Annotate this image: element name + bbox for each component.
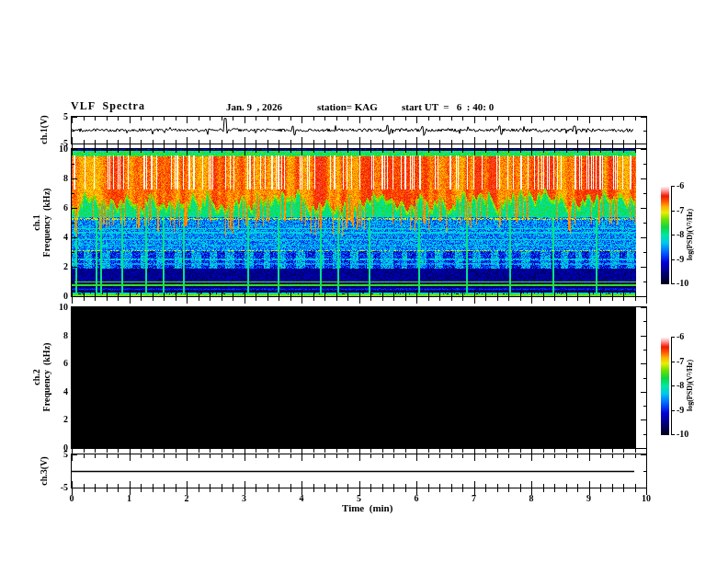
time-tick: 7 — [461, 493, 488, 503]
time-tick: 6 — [403, 493, 430, 503]
time-tick: 3 — [231, 493, 258, 503]
colorbar1-tick: -6 — [677, 180, 684, 190]
time-tick: 2 — [173, 493, 200, 503]
ch2spec-ytick: 8 — [4, 330, 68, 340]
colorbar2-tick: -7 — [677, 356, 684, 366]
time-tick: 10 — [632, 493, 660, 503]
page-title: VLF Spectra — [71, 100, 145, 111]
station-label: station= KAG — [317, 101, 378, 112]
ch3v-ytick: -5 — [4, 482, 68, 492]
plot-canvas — [0, 0, 728, 563]
ch2-frequency-axis-label: ch.2Frequency (kHz) — [31, 343, 51, 412]
colorbar1-tick: -7 — [677, 205, 684, 215]
ch2spec-ytick: 4 — [4, 386, 68, 396]
ch1spec-ytick: 10 — [4, 144, 68, 154]
colorbar2-tick: -9 — [677, 405, 684, 415]
colorbar1-tick: -8 — [677, 229, 684, 239]
colorbar1-tick: -10 — [677, 278, 688, 288]
colorbar2-tick: -6 — [677, 331, 684, 341]
ch1-axis-line2: Frequency (kHz) — [41, 189, 51, 258]
colorbar2-unit-label: log(PSD)(V²/Hz) — [686, 360, 694, 411]
ch1spec-ytick: 0 — [4, 291, 68, 301]
ch1spec-ytick: 6 — [4, 202, 68, 213]
time-tick: 1 — [116, 493, 143, 503]
ch2-axis-line2: Frequency (kHz) — [41, 343, 51, 412]
ch2spec-ytick: 6 — [4, 358, 68, 368]
ch3-voltage-axis-label: ch.3(V) — [39, 456, 49, 485]
ch1spec-ytick: 4 — [4, 232, 68, 242]
ch2spec-ytick: 2 — [4, 414, 68, 424]
ch1spec-ytick: 8 — [4, 173, 68, 183]
ch1-frequency-axis-label: ch.1Frequency (kHz) — [31, 189, 51, 258]
colorbar1-tick: -9 — [677, 254, 684, 264]
time-tick: 4 — [288, 493, 315, 503]
vlf-spectra-screen: VLF Spectra Jan. 9 , 2026 station= KAG s… — [0, 0, 728, 563]
time-tick: 5 — [346, 493, 373, 503]
ch1v-ytick: 5 — [4, 111, 68, 121]
ch2spec-ytick: 0 — [4, 442, 68, 453]
date-label: Jan. 9 , 2026 — [226, 101, 282, 112]
time-tick: 0 — [58, 493, 85, 503]
colorbar2-tick: -10 — [677, 429, 688, 439]
ch2-axis-line1: ch.2 — [31, 369, 41, 385]
colorbar1-unit-label: log(PSD)(V²/Hz) — [686, 209, 694, 260]
ch1-axis-line1: ch.1 — [31, 214, 41, 231]
colorbar2-tick: -8 — [677, 380, 684, 390]
ch2spec-ytick: 10 — [4, 302, 68, 312]
time-tick: 9 — [575, 493, 603, 503]
start-ut-label: start UT = 6 : 40: 0 — [402, 101, 494, 112]
time-tick: 8 — [518, 493, 545, 503]
time-axis-label: Time (min) — [342, 502, 392, 513]
ch1spec-ytick: 2 — [4, 261, 68, 271]
